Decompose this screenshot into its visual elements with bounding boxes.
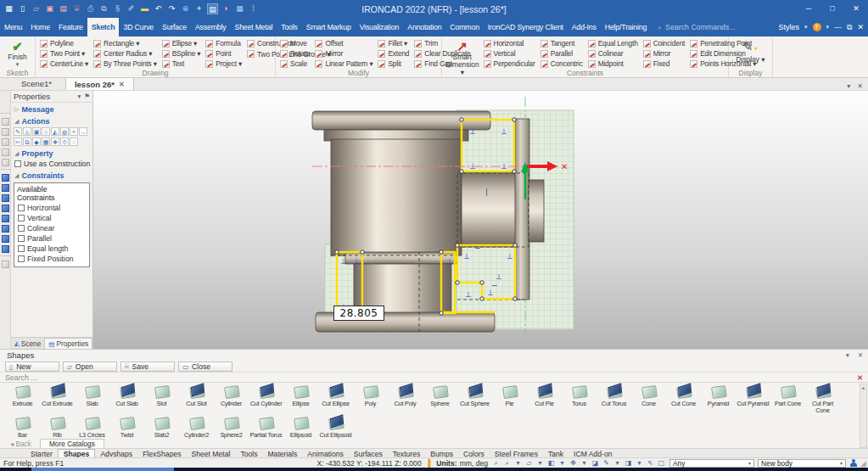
action-icon[interactable]: ◭ [51,127,59,136]
ribbon-tab[interactable]: Annotation [403,18,445,36]
constraint-checkbox[interactable] [18,235,25,242]
action-icon[interactable]: ❖ [51,137,59,146]
status-tool-icon[interactable]: ▾ [535,459,545,468]
catalog-item[interactable]: Cut Pyramid [736,383,770,414]
qat-icon[interactable]: ↶ [153,3,164,14]
qat-icon[interactable]: ◗ [221,3,232,14]
status-tool-icon[interactable]: ▾ [557,459,567,468]
qat-icon[interactable]: ⎙ [85,3,96,14]
qat-icon[interactable]: ▦ [3,3,14,14]
qat-icon[interactable]: ⌸ [71,3,82,14]
catalog-item[interactable]: Cylinder2 [179,414,214,439]
view-preset-icon[interactable] [2,225,9,233]
catalog-item[interactable]: Poly [353,383,388,414]
catalog-item[interactable]: Torus [562,383,596,414]
ribbon-button[interactable]: Equal Length [587,38,639,48]
window-control-button[interactable]: ✕ [844,0,868,18]
ribbon-button[interactable]: Fillet ▾ [377,38,410,48]
catalog-item[interactable]: Bar [5,414,40,439]
view-preset-icon[interactable] [2,118,9,126]
catalog-item[interactable]: Pyramid [701,383,736,414]
panel-tab[interactable]: ◭ Scene [11,338,44,349]
view-preset-icon[interactable] [2,159,9,166]
ribbon-button[interactable]: Fixed [642,59,686,69]
shapes-caret-icon[interactable]: ▾ [846,351,849,359]
tab-list-caret-icon[interactable]: ▾ [847,82,850,90]
help-icon[interactable]: ? [813,23,821,31]
qat-icon[interactable]: ▤ [207,3,218,14]
ribbon-tab[interactable]: Tools [277,18,302,36]
use-as-construction-checkbox[interactable] [14,160,21,167]
ribbon-button[interactable]: By Three Points ▾ [92,59,158,69]
ribbon-tab[interactable]: Menu [0,18,26,36]
view-preset-icon[interactable] [2,174,9,182]
ribbon-button[interactable]: Text [161,59,202,69]
qat-icon[interactable]: ✦ [193,3,204,14]
action-icon[interactable]: → [79,127,87,136]
ribbon-button[interactable]: Extend [377,48,410,59]
window-control-button[interactable]: ─ [797,0,820,18]
catalog-toolbar-button[interactable]: ▱ Open [63,362,117,372]
status-tool-icon[interactable]: ⌕ [502,459,512,468]
catalog-toolbar-button[interactable]: ⌸ Save [120,362,175,372]
status-tool-icon[interactable]: ▾ [613,459,622,468]
ribbon-button[interactable]: Rectangle ▾ [92,38,158,48]
ribbon-tab[interactable]: Smart Markup [302,18,356,36]
section-constraints[interactable]: ◢ Constraints [11,169,92,181]
units-value[interactable]: mm, deg [460,459,488,468]
ribbon-button[interactable]: Formula [204,38,243,48]
view-preset-icon[interactable] [2,184,9,192]
document-tab-close-icon[interactable]: ✕ [119,81,125,88]
qat-icon[interactable]: ✐ [126,3,137,14]
view-preset-icon[interactable] [2,261,9,268]
ribbon-button[interactable]: CenterLine ▾ [39,59,89,69]
constraint-checkbox[interactable] [18,205,25,211]
action-icon[interactable]: ◆ [32,137,41,146]
catalog-item[interactable]: Cone [631,383,666,414]
catalog-item[interactable]: Cylinder [214,383,249,414]
catalog-item[interactable]: Slab [75,383,109,414]
mdi-minimize-icon[interactable]: ― [834,23,842,31]
ribbon-button[interactable]: Parallel [540,48,584,59]
ribbon-tab[interactable]: Common [445,18,484,36]
ribbon-button[interactable]: Vertical [483,48,536,59]
view-preset-icon[interactable] [1,255,10,258]
ribbon-tab[interactable]: Sheet Metal [230,18,277,36]
ribbon-button[interactable]: Midpoint [587,59,639,69]
catalog-item[interactable]: Twist [109,414,144,439]
catalog-item[interactable]: Cut Slot [179,383,214,414]
ribbon-tab[interactable]: Surface [158,18,191,36]
catalog-back-button[interactable]: ◂ Back [3,440,38,448]
section-message[interactable]: ▷ Message [11,103,92,115]
smart-dimension-button[interactable]: ↗ Smart Dimension ▾ [445,38,479,69]
document-tab[interactable]: Scene1* [12,77,65,90]
catalog-item[interactable]: Slab2 [144,414,179,439]
mdi-close-icon[interactable]: ✕ [857,23,864,31]
catalog-item[interactable]: Cut Pie [527,383,562,414]
status-tool-icon[interactable]: ✥ [568,459,578,468]
feature-mode-dropdown[interactable]: New body ▾ [758,459,846,468]
dimension-input[interactable]: 28.805 [333,306,384,321]
display-button[interactable]: ✎✦ Display ▾ [732,38,769,69]
status-tool-icon[interactable]: ◧ [546,459,556,468]
view-preset-icon[interactable] [2,194,9,202]
qat-icon[interactable]: ▯ [17,3,28,14]
panel-tab[interactable]: ▤ Properties [44,338,92,349]
finish-sketch-button[interactable]: ✔ Finish ▾ [3,38,31,69]
shapes-close-icon[interactable]: ✕ [858,351,863,359]
action-icon[interactable]: ○ [42,127,50,136]
ribbon-button[interactable]: Linear Pattern ▾ [314,59,373,69]
panel-pin-icon[interactable]: ⚑ [84,93,90,100]
constraint-checkbox[interactable] [18,255,25,262]
status-tool-icon[interactable]: ▢ [657,459,666,468]
constraint-checkbox[interactable] [18,215,25,221]
ribbon-button[interactable]: Tangent [540,38,584,48]
ribbon-button[interactable]: Split [377,59,410,69]
ribbon-tab[interactable]: IronCAD Synergy Client [484,18,568,36]
qat-icon[interactable]: ▣ [44,3,55,14]
view-preset-icon[interactable] [2,128,9,136]
view-preset-icon[interactable] [2,205,9,212]
catalog-item[interactable]: Cut Part Cone [805,383,840,414]
viewport-3d[interactable]: ⊥⊥ ⊥⊥ ⊥⊥ ⊥ ⊥⊥ ⊥⊥ ⊥⊥ |− − [93,91,868,349]
ribbon-button[interactable]: Project ▾ [204,59,243,69]
